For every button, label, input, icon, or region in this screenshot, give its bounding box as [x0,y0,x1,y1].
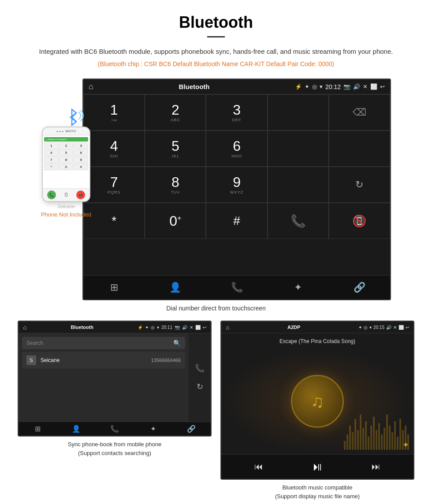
dial-key-star[interactable]: * [83,203,145,239]
eq-bar [376,430,377,450]
music-loc-icon: ◎ [364,325,368,330]
phonebook-block: ⌂ Bluetooth ⚡ ✦ ◎ ▾ 20:11 📷 🔊 ✕ ⬜ ↩ [18,321,212,500]
next-track-button[interactable]: ⏭ [372,462,380,472]
title-divider [207,36,225,37]
phonebook-bottom-bar: ⊞ 👤 📞 ✦ 🔗 [19,422,211,436]
car-status-bar: ⌂ Bluetooth ⚡ ✦ ◎ ▾ 20:12 📷 🔊 ✕ ⬜ ↩ [83,79,390,94]
phone-screen-header: + Add to Contacts [44,137,88,142]
contact-initial: S [26,355,36,365]
pb-nav-calls[interactable]: 📞 [95,425,134,433]
music-album-art: ♫ [291,375,344,428]
dial-refresh[interactable]: ↻ [329,167,390,203]
pb-nav-dialpad[interactable]: ⊞ [19,425,57,433]
eq-bar [362,428,364,450]
search-bar[interactable]: Search 🔍 [22,337,185,349]
phonebook-back-icon[interactable]: ↩ [203,325,206,330]
nav-link[interactable]: 🔗 [329,276,390,299]
window-icon[interactable]: ⬜ [370,83,377,90]
eq-bar [349,426,351,450]
home-icon[interactable]: ⌂ [89,82,93,91]
dialpad-grid: 1 ⌁ω 2 ABC 3 DEF ⌫ 4 GHI [83,94,390,275]
main-caption: Dial number direct from touchscreen [18,305,414,312]
phonebook-bt-icon: ✦ [145,325,149,330]
music-caption-line2: (Support display music file name) [275,493,360,500]
phone-key-1: 1 [44,142,59,149]
eq-bar [373,417,375,450]
nav-dialpad[interactable]: ⊞ [83,276,145,299]
dial-call-green-cell[interactable]: 📞 [268,203,329,239]
music-wifi-icon: ▾ [369,325,372,330]
music-status-right: ✦ ◎ ▾ 20:15 🔊 ✕ ⬜ ↩ [358,325,409,330]
music-back-icon[interactable]: ↩ [406,325,409,330]
eq-bar [384,428,385,450]
nav-calls[interactable]: 📞 [206,276,267,299]
eq-bar [391,432,393,450]
dial-empty-4 [268,167,329,203]
phone-dialpad: 1 2 3 4 5 6 7 8 9 * 0 # [44,142,88,170]
dial-key-4[interactable]: 4 GHI [83,131,145,167]
dial-empty-2 [268,131,329,167]
app-name-label: Bluetooth [179,83,210,90]
dial-key-hash[interactable]: # [206,203,267,239]
music-block: ⌂ A2DP ✦ ◎ ▾ 20:15 🔊 ✕ ⬜ ↩ [220,321,414,500]
dial-backspace[interactable]: ⌫ [329,94,390,131]
dial-key-9[interactable]: 9 WXYZ [206,167,267,203]
phone-not-included-label: Phone Not Included [41,211,91,218]
music-vol-icon: 🔊 [386,325,391,330]
phonebook-status-right: ⚡ ✦ ◎ ▾ 20:11 📷 🔊 ✕ ⬜ ↩ [138,325,206,330]
phonebook-wifi-icon: ▾ [157,325,159,330]
music-home-icon[interactable]: ⌂ [226,324,229,331]
usb-icon: ⚡ [295,83,302,90]
phone-key-7: 7 [44,157,59,163]
phonebook-x-icon[interactable]: ✕ [190,325,193,330]
pb-nav-link[interactable]: 🔗 [172,425,211,433]
bluetooth-status-icon: ✦ [305,83,309,90]
bottom-screens-row: ⌂ Bluetooth ⚡ ✦ ◎ ▾ 20:11 📷 🔊 ✕ ⬜ ↩ [18,321,414,500]
close-icon[interactable]: ✕ [363,83,368,90]
dial-key-3[interactable]: 3 DEF [206,94,267,131]
phone-bottom-bar: 📞 0 📵 [43,188,89,201]
camera-icon[interactable]: 📷 [343,83,350,90]
volume-icon[interactable]: 🔊 [353,83,360,90]
phonebook-status-left: ⌂ [23,324,26,331]
eq-bar [399,419,401,450]
prev-track-button[interactable]: ⏮ [254,462,263,472]
phonebook-refresh-icon[interactable]: ↻ [197,382,203,392]
location-icon: ◎ [312,83,317,90]
pb-nav-bt[interactable]: ✦ [134,425,172,433]
dial-key-6[interactable]: 6 MNO [206,131,267,167]
play-pause-button[interactable]: ⏯ [312,460,323,474]
phone-screen: + Add to Contacts 1 2 3 4 5 6 7 8 9 * 0 … [43,135,89,188]
dial-key-7[interactable]: 7 PQRS [83,167,145,203]
contact-row-seicane[interactable]: S Seicane 13566664466 [22,352,185,369]
eq-bar [394,421,396,450]
dial-key-0[interactable]: 0+ [145,203,206,239]
eq-bar [368,437,369,450]
eq-bar [344,441,346,450]
back-icon[interactable]: ↩ [380,83,385,90]
wifi-icon: ▾ [320,83,323,90]
music-time: 20:15 [373,325,384,330]
phonebook-home-icon[interactable]: ⌂ [23,324,26,331]
dialpad-icon: ⊞ [110,282,118,293]
dial-key-1[interactable]: 1 ⌁ω [83,94,145,131]
nav-bluetooth[interactable]: ✦ [268,276,329,299]
phonebook-win-icon[interactable]: ⬜ [195,325,201,330]
nav-contacts[interactable]: 👤 [145,276,206,299]
phone-key-8: 8 [59,157,74,163]
eq-bar [352,432,354,450]
phonebook-right-panel: 📞 ↻ [189,333,211,422]
dial-key-5[interactable]: 5 JKL [145,131,206,167]
song-title: Escape (The Pina Colada Song) [279,338,355,344]
dial-key-2[interactable]: 2 ABC [145,94,206,131]
search-icon: 🔍 [173,340,181,347]
page-wrapper: Bluetooth Integrated with BC6 Bluetooth … [0,0,432,504]
dial-call-red-cell[interactable]: 📵 [329,203,390,239]
music-win-icon[interactable]: ⬜ [398,325,404,330]
phone-key-star: * [44,164,59,170]
phonebook-call-icon[interactable]: 📞 [195,363,205,373]
dial-key-8[interactable]: 8 TUV [145,167,206,203]
pb-nav-contacts[interactable]: 👤 [57,425,95,433]
music-x-icon[interactable]: ✕ [393,325,397,330]
music-caption-line1: Bluetooth music compatible [283,484,353,491]
